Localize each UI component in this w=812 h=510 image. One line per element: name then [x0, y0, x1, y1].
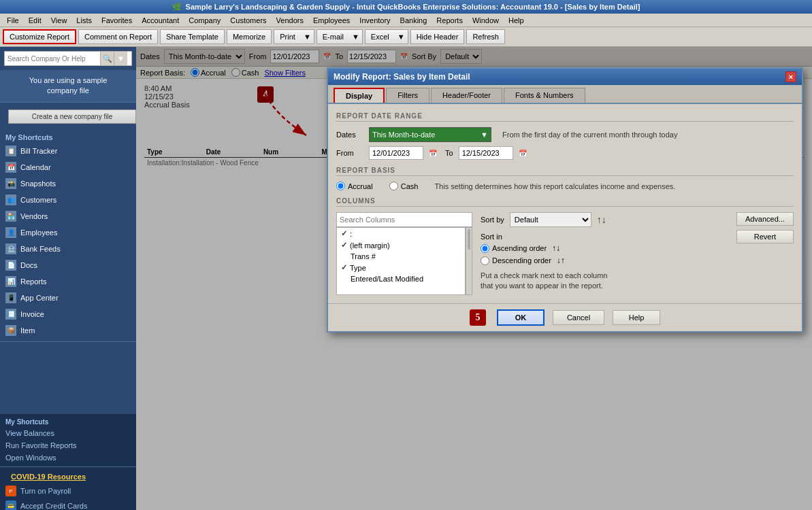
help-button[interactable]: Help — [613, 310, 660, 325]
modify-report-dialog: Modify Report: Sales by Item Detail × Di… — [327, 67, 803, 333]
ascending-label: Ascending order — [492, 244, 547, 252]
col-item-trans-num[interactable]: Trans # — [337, 251, 465, 262]
menu-edit[interactable]: Edit — [25, 15, 46, 26]
menu-favorites[interactable]: Favorites — [97, 15, 136, 26]
sidebar-item-reports[interactable]: 📊 Reports — [0, 273, 136, 290]
menu-view[interactable]: View — [47, 15, 71, 26]
refresh-button[interactable]: Refresh — [466, 29, 505, 44]
create-company-button[interactable]: Create a new company file — [8, 109, 136, 124]
search-input-wrap: 🔍 ▼ — [4, 51, 132, 66]
cash-radio-row[interactable]: Cash — [389, 182, 419, 190]
covid-resources-link[interactable]: COVID-19 Resources — [0, 470, 136, 483]
dialog-body: REPORT DATE RANGE Dates This Month-to-da… — [328, 104, 802, 303]
print-dropdown-button[interactable]: ▼ — [301, 29, 314, 44]
tab-display[interactable]: Display — [334, 88, 385, 103]
cancel-button[interactable]: Cancel — [553, 310, 604, 325]
ascending-radio[interactable] — [481, 244, 489, 253]
sidebar-item-turn-on-payroll[interactable]: P Turn on Payroll — [0, 483, 136, 498]
descending-radio-row[interactable]: Descending order ↓↑ — [481, 256, 731, 265]
email-dropdown-button[interactable]: ▼ — [349, 29, 363, 44]
dialog-tabs: Display Filters Header/Footer Fonts & Nu… — [328, 85, 802, 104]
tab-filters[interactable]: Filters — [386, 88, 429, 103]
menu-help[interactable]: Help — [504, 15, 528, 26]
sidebar-item-vendors[interactable]: 🏪 Vendors — [0, 208, 136, 224]
dialog-to-input[interactable] — [459, 146, 513, 160]
sidebar-item-docs[interactable]: 📄 Docs — [0, 257, 136, 273]
menu-lists[interactable]: Lists — [72, 15, 96, 26]
advanced-button[interactable]: Advanced... — [736, 212, 794, 226]
search-input[interactable] — [5, 55, 100, 63]
sort-by-dropdown[interactable]: Default — [510, 212, 591, 227]
sidebar-item-snapshots[interactable]: 📸 Snapshots — [0, 175, 136, 192]
sidebar-bottom: My Shortcuts View Balances Run Favorite … — [0, 414, 136, 510]
comment-on-report-button[interactable]: Comment on Report — [78, 29, 158, 44]
sidebar-item-calendar[interactable]: 📅 Calendar — [0, 159, 136, 175]
sidebar-item-bank-feeds[interactable]: 🏦 Bank Feeds — [0, 241, 136, 257]
date-from-to-row: From 📅 To 📅 — [336, 146, 794, 160]
menu-customers[interactable]: Customers — [226, 15, 270, 26]
sidebar-item-view-balances[interactable]: View Balances — [0, 427, 136, 439]
share-template-button[interactable]: Share Template — [160, 29, 225, 44]
col-item-entered[interactable]: Entered/Last Modified — [337, 273, 465, 284]
app-center-icon: 📱 — [5, 292, 16, 303]
search-columns-input[interactable] — [336, 212, 472, 227]
dialog-to-calendar-icon[interactable]: 📅 — [519, 150, 527, 157]
print-button[interactable]: Print — [274, 29, 301, 44]
snapshots-icon: 📸 — [5, 178, 16, 189]
menu-inventory[interactable]: Inventory — [355, 15, 394, 26]
columns-right: Sort by Default ↑↓ Sort in — [481, 212, 794, 295]
menu-file[interactable]: File — [3, 15, 23, 26]
sidebar-item-employees[interactable]: 👤 Employees — [0, 224, 136, 241]
tab-header-footer[interactable]: Header/Footer — [431, 88, 502, 103]
menu-window[interactable]: Window — [468, 15, 503, 26]
memorize-button[interactable]: Memorize — [227, 29, 272, 44]
ok-button[interactable]: OK — [497, 309, 545, 326]
sidebar-item-bill-tracker[interactable]: 📋 Bill Tracker — [0, 143, 136, 159]
menu-banking[interactable]: Banking — [396, 15, 432, 26]
dates-dropdown[interactable]: This Month-to-date ▼ — [369, 127, 491, 142]
hide-header-button[interactable]: Hide Header — [410, 29, 465, 44]
dialog-from-calendar-icon[interactable]: 📅 — [429, 150, 437, 157]
scrollbar-thumb — [468, 229, 470, 250]
dialog-cash-radio[interactable] — [389, 182, 398, 190]
excel-button[interactable]: Excel — [365, 29, 395, 44]
sidebar-label-run-favorite-reports: Run Favorite Reports — [5, 441, 77, 449]
sidebar-item-run-favorite-reports[interactable]: Run Favorite Reports — [0, 439, 136, 452]
sidebar-item-invoice[interactable]: 🧾 Invoice — [0, 306, 136, 322]
col-item-left-margin[interactable]: (left margin) — [337, 239, 465, 251]
item-icon: 📦 — [5, 325, 16, 336]
col-item-colon[interactable]: : — [337, 228, 465, 239]
sidebar-label-item: Item — [20, 326, 35, 335]
ascending-radio-row[interactable]: Ascending order ↑↓ — [481, 243, 731, 253]
dialog-from-input[interactable] — [369, 146, 423, 160]
email-button[interactable]: E-mail — [316, 29, 349, 44]
report-area: Dates This Month-to-date From 📅 To 📅 Sor… — [136, 47, 812, 510]
to-field-label: To — [445, 149, 453, 157]
menu-employees[interactable]: Employees — [309, 15, 354, 26]
revert-button[interactable]: Revert — [736, 230, 794, 243]
sidebar-item-item[interactable]: 📦 Item — [0, 322, 136, 339]
menu-company[interactable]: Company — [184, 15, 225, 26]
dialog-close-button[interactable]: × — [785, 71, 796, 82]
sidebar-item-app-center[interactable]: 📱 App Center — [0, 290, 136, 306]
sidebar-item-customers[interactable]: 👥 Customers — [0, 192, 136, 208]
search-dropdown-button[interactable]: ▼ — [114, 52, 127, 65]
sidebar-item-open-windows[interactable]: Open Windows — [0, 452, 136, 464]
columns-left: : (left margin) Trans # Type Entered/Las… — [336, 212, 472, 295]
col-item-type[interactable]: Type — [337, 262, 465, 273]
accrual-radio-row[interactable]: Accrual — [336, 182, 373, 190]
menu-accountant[interactable]: Accountant — [137, 15, 183, 26]
dialog-accrual-radio[interactable] — [336, 182, 345, 190]
menu-vendors[interactable]: Vendors — [272, 15, 308, 26]
credit-icon: 💳 — [5, 500, 16, 510]
sidebar-item-accept-credit-cards[interactable]: 💳 Accept Credit Cards — [0, 498, 136, 510]
search-button[interactable]: 🔍 — [100, 52, 114, 65]
customize-report-button[interactable]: Customize Report — [3, 29, 76, 44]
sidebar-label-snapshots: Snapshots — [20, 180, 56, 188]
sidebar-label-view-balances: View Balances — [5, 429, 54, 437]
tab-fonts-numbers[interactable]: Fonts & Numbers — [504, 88, 585, 103]
menu-reports[interactable]: Reports — [432, 15, 467, 26]
excel-dropdown-button[interactable]: ▼ — [395, 29, 408, 44]
descending-radio[interactable] — [481, 256, 489, 265]
columns-scrollbar[interactable] — [466, 227, 472, 295]
